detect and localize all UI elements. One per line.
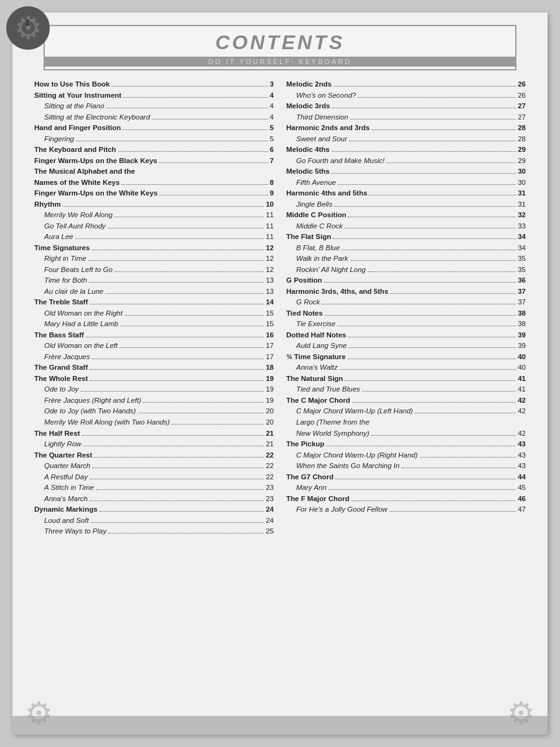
toc-dots <box>121 184 268 185</box>
toc-item-text: The F Major Chord <box>286 494 350 504</box>
page-number: 2 <box>25 17 30 27</box>
toc-page-number: 25 <box>266 527 274 537</box>
toc-page-number: 18 <box>266 363 274 373</box>
toc-dots <box>119 347 264 348</box>
toc-item-text: Mary Had a Little Lamb <box>34 319 118 329</box>
toc-page-number: 21 <box>266 429 274 439</box>
toc-item: The Half Rest21 <box>34 429 274 439</box>
toc-item: Harmonic 4ths and 5ths31 <box>286 189 526 199</box>
toc-page-number: 23 <box>266 483 274 493</box>
toc-item: Finger Warm-Ups on the Black Keys7 <box>34 156 274 166</box>
toc-item-text: How to Use This Book <box>34 80 110 90</box>
toc-item-text: New World Symphony) <box>286 429 370 439</box>
toc-page-number: 17 <box>266 341 274 351</box>
toc-item-text: A Restful Day <box>34 472 88 482</box>
toc-dots <box>96 489 264 490</box>
toc-dots <box>83 446 264 446</box>
toc-item-text: Au clair de la Lune <box>34 287 103 297</box>
toc-dots <box>325 315 516 316</box>
toc-page-number: 43 <box>518 461 526 471</box>
toc-item: Walk in the Park35 <box>286 254 526 264</box>
toc-dots <box>333 238 516 239</box>
toc-dots <box>348 217 516 217</box>
toc-item: Auld Lang Syne39 <box>286 341 526 351</box>
toc-item-text: The Flat Sign <box>286 232 331 242</box>
toc-dots <box>348 337 516 337</box>
toc-item-text: B Flat, B Blue <box>286 243 340 253</box>
toc-item-text: Fingering <box>34 134 74 144</box>
toc-item-text: Who's on Second? <box>286 91 356 101</box>
toc-dots <box>362 391 516 392</box>
toc-item: Quarter March22 <box>34 461 274 471</box>
toc-page-number: 43 <box>518 439 526 449</box>
toc-item: Melodic 5ths30 <box>286 167 526 177</box>
toc-item-text: Melodic 4ths <box>286 145 330 155</box>
toc-page-number: 31 <box>518 189 526 199</box>
toc-dots <box>86 337 264 337</box>
toc-item-text: The C Major Chord <box>286 396 350 406</box>
toc-item-text: Loud and Soft <box>34 516 89 526</box>
toc-item-text: Names of the White Keys <box>34 178 119 188</box>
toc-dots <box>90 500 264 501</box>
toc-item: Four Beats Left to Go12 <box>34 265 274 275</box>
toc-item: Finger Warm-Ups on the White Keys9 <box>34 189 274 199</box>
toc-dots <box>143 402 264 403</box>
toc-item-text: Third Dimension <box>286 113 348 123</box>
contents-subtitle: DO IT YOURSELF: KEYBOARD <box>45 57 515 67</box>
toc-dots <box>172 424 264 425</box>
toc-item-text: Sweet and Sour <box>286 134 347 144</box>
toc-page-number: 6 <box>270 145 274 155</box>
toc-dots <box>329 489 516 490</box>
toc-item: Third Dimension27 <box>286 113 526 123</box>
toc-dots <box>90 304 264 304</box>
toc-item-text: Sitting at Your Instrument <box>34 91 121 101</box>
toc-item-text: Finger Warm-Ups on the Black Keys <box>34 156 157 166</box>
toc-page-number: 35 <box>518 265 526 275</box>
toc-dots <box>63 206 264 207</box>
contents-header: CONTENTS DO IT YOURSELF: KEYBOARD <box>44 25 516 70</box>
toc-item: Dynamic Markings24 <box>34 505 274 515</box>
toc-item-text: Harmonic 2nds and 3rds <box>286 123 370 133</box>
toc-left-column: How to Use This Book3Sitting at Your Ins… <box>34 80 274 538</box>
toc-page-number: 38 <box>518 319 526 329</box>
toc-item: Tied and True Blues41 <box>286 385 526 395</box>
toc-item: Largo (Theme from the <box>286 418 526 428</box>
toc-item: Middle C Rock33 <box>286 222 526 232</box>
toc-dots <box>91 250 264 250</box>
toc-dots <box>108 533 264 533</box>
toc-item: Names of the White Keys8 <box>34 178 274 188</box>
toc-item: Melodic 4ths29 <box>286 145 526 155</box>
toc-page-number: 3 <box>270 80 274 90</box>
toc-dots <box>324 282 516 283</box>
bottom-bar: ⚙ ⚙ <box>12 716 548 735</box>
toc-page-number: 39 <box>518 331 526 341</box>
toc-dots <box>342 250 516 250</box>
toc-dots <box>152 119 268 120</box>
toc-item-text: Largo (Theme from the <box>286 418 370 428</box>
toc-dots <box>89 282 264 283</box>
toc-page-number: 40 <box>518 352 526 362</box>
toc-item: Aura Lee11 <box>34 232 274 242</box>
toc-item: Time Signatures12 <box>34 243 274 253</box>
toc-item: Lightly Row21 <box>34 439 274 449</box>
toc-item: The Musical Alphabet and the <box>34 167 274 177</box>
toc-page-number: 44 <box>518 472 526 482</box>
toc-page-number: 28 <box>518 123 526 133</box>
contents-title: CONTENTS <box>45 31 515 54</box>
toc-dots <box>337 326 516 326</box>
toc-item: The Treble Staff14 <box>34 298 274 308</box>
toc-dots <box>340 369 516 370</box>
toc-item: G Rock37 <box>286 298 526 308</box>
toc-page-number: 19 <box>266 374 274 384</box>
toc-item-text: Hand and Finger Position <box>34 123 121 133</box>
toc-item: A Stitch in Time23 <box>34 483 274 493</box>
toc-item: Sitting at the Piano4 <box>34 101 274 111</box>
toc-page-number: 7 <box>270 156 274 166</box>
toc-item-text: When the Saints Go Marching In <box>286 461 399 471</box>
toc-item-text: Right in Time <box>34 254 86 264</box>
toc-item-text: G Position <box>286 276 322 286</box>
toc-page-number: 33 <box>518 222 526 232</box>
toc-item: Anna's Waltz40 <box>286 363 526 373</box>
toc-item-text: Time for Both <box>34 276 87 286</box>
toc-dots <box>75 238 264 239</box>
